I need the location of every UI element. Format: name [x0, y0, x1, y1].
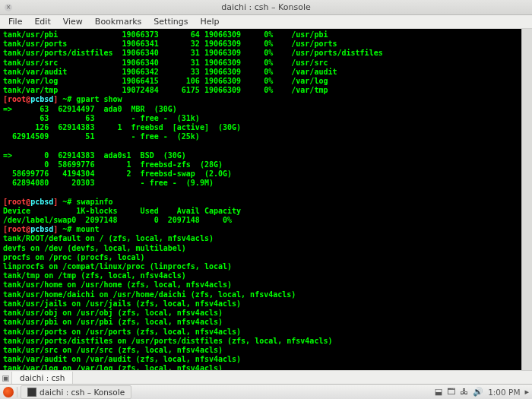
cmd-mount: mount [71, 225, 99, 233]
tab-active[interactable]: daichi : csh [12, 372, 73, 384]
prompt-host: pcbsd [30, 95, 53, 103]
start-button[interactable] [3, 387, 14, 397]
window-titlebar: × daichi : csh – Konsole [0, 0, 532, 15]
menu-view[interactable]: View [58, 15, 88, 28]
menu-bar: File Edit View Bookmarks Settings Help [0, 15, 532, 29]
menu-file[interactable]: File [3, 15, 27, 28]
menu-bookmarks[interactable]: Bookmarks [90, 15, 147, 28]
menu-edit[interactable]: Edit [29, 15, 55, 28]
close-icon[interactable]: × [5, 4, 12, 11]
prompt-path: ~# [58, 95, 71, 103]
clock[interactable]: 1:00 PM [488, 388, 520, 397]
taskbar-task[interactable]: daichi : csh – Konsole [21, 385, 131, 399]
menu-settings[interactable]: Settings [148, 15, 193, 28]
volume-icon[interactable]: 🔊 [473, 387, 483, 397]
tray-expand-icon[interactable]: ▸ [524, 387, 529, 397]
system-tray: ⬓ 🗔 🖧 🔊 1:00 PM ▸ [435, 387, 529, 397]
tray-icon[interactable]: ⬓ [435, 387, 442, 397]
terminal-icon [27, 388, 36, 397]
task-label: daichi : csh – Konsole [40, 388, 125, 397]
tab-bar: ▣ daichi : csh [0, 370, 532, 384]
menu-help[interactable]: Help [195, 15, 224, 28]
new-tab-button[interactable]: ▣ [0, 372, 12, 384]
scrollbar[interactable] [521, 29, 532, 370]
window-title: daichi : csh – Konsole [221, 2, 310, 12]
prompt-user: root@ [8, 95, 30, 103]
cmd-swapinfo: swapinfo [71, 198, 112, 206]
tray-icon[interactable]: 🗔 [447, 387, 455, 397]
taskbar: daichi : csh – Konsole ⬓ 🗔 🖧 🔊 1:00 PM ▸ [0, 384, 532, 399]
cmd-gpart: gpart show [71, 95, 122, 103]
terminal-output[interactable]: tank/usr/pbi 19066373 64 19066309 0% /us… [0, 29, 532, 370]
tab-label: daichi : csh [20, 373, 65, 382]
separator [17, 387, 17, 397]
network-icon[interactable]: 🖧 [460, 387, 468, 397]
